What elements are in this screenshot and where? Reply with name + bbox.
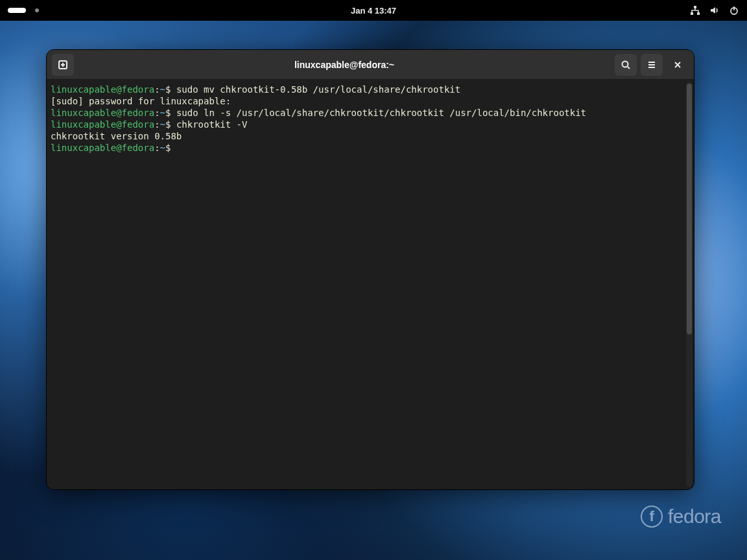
window-title: linuxcapable@fedora:~ (74, 60, 615, 70)
datetime-label: Jan 4 13:47 (351, 6, 396, 16)
clock[interactable]: Jan 4 13:47 (351, 6, 396, 16)
titlebar[interactable]: linuxcapable@fedora:~ (47, 50, 694, 80)
activities-area[interactable] (8, 8, 39, 13)
scrollbar-thumb[interactable] (687, 84, 692, 334)
svg-line-9 (628, 67, 630, 69)
close-button[interactable] (667, 54, 689, 76)
search-button[interactable] (615, 54, 637, 76)
top-panel: Jan 4 13:47 (0, 0, 747, 21)
terminal-output[interactable]: linuxcapable@fedora:~$ sudo mv chkrootki… (51, 84, 694, 154)
svg-rect-2 (697, 12, 700, 15)
menu-button[interactable] (641, 54, 663, 76)
power-icon[interactable] (729, 5, 739, 16)
fedora-logo-icon: f (641, 506, 663, 528)
network-icon[interactable] (690, 5, 700, 16)
desktop-background: Jan 4 13:47 linuxcapable@fedora:~ (0, 0, 747, 560)
volume-icon[interactable] (709, 5, 720, 16)
scrollbar[interactable] (686, 82, 693, 487)
terminal-window: linuxcapable@fedora:~ linuxcapable@fedor… (46, 49, 694, 490)
system-tray[interactable] (690, 5, 739, 16)
fedora-watermark-text: fedora (668, 506, 721, 528)
workspace-dot[interactable] (35, 8, 39, 12)
svg-rect-1 (691, 12, 693, 15)
terminal-body[interactable]: linuxcapable@fedora:~$ sudo mv chkrootki… (47, 80, 694, 489)
activities-pill[interactable] (8, 8, 26, 13)
fedora-watermark: f fedora (641, 506, 721, 528)
svg-rect-0 (694, 6, 696, 8)
new-tab-button[interactable] (52, 54, 74, 76)
svg-point-8 (622, 61, 628, 67)
